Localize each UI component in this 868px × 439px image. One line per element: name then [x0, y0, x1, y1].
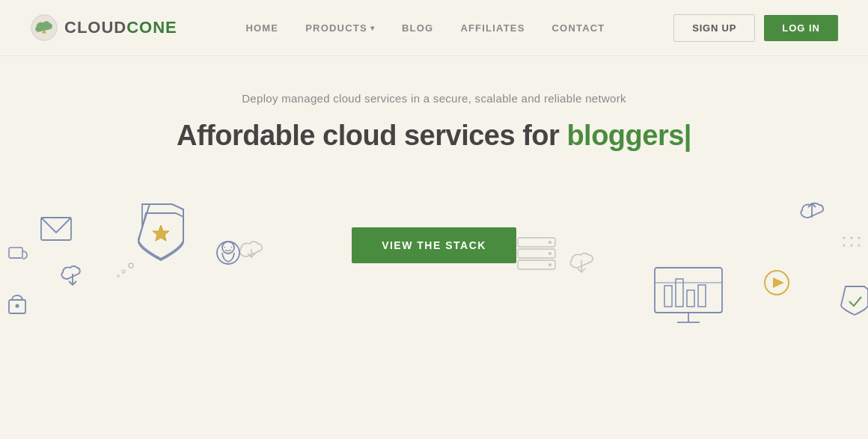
view-stack-button[interactable]: VIEW THE STACK	[352, 227, 516, 263]
svg-point-12	[217, 242, 239, 264]
logo-text-cloud: CLOUD	[64, 18, 126, 37]
svg-rect-2	[9, 248, 22, 258]
illustration-area: VIEW THE STACK	[0, 182, 868, 331]
right-illustrations	[509, 197, 868, 331]
nav-products[interactable]: PRODUCTS ▾	[305, 22, 375, 34]
hero-title-prefix: Affordable cloud services for	[177, 120, 566, 151]
svg-rect-30	[698, 285, 706, 307]
svg-point-18	[851, 237, 853, 239]
chevron-down-icon: ▾	[370, 24, 375, 32]
left-illustrations	[0, 197, 359, 331]
nav-home[interactable]: HOME	[245, 22, 278, 34]
svg-point-9	[122, 270, 125, 273]
svg-point-21	[851, 245, 853, 247]
main-nav: HOME PRODUCTS ▾ BLOG AFFILIATES CONTACT	[245, 22, 605, 34]
logo-icon	[30, 13, 58, 42]
svg-point-17	[843, 237, 846, 239]
nav-affiliates[interactable]: AFFILIATES	[460, 22, 525, 34]
svg-point-22	[858, 245, 861, 247]
svg-point-38	[548, 252, 551, 255]
site-header: CLOUDCONE HOME PRODUCTS ▾ BLOG AFFILIATE…	[0, 0, 868, 56]
svg-rect-29	[687, 290, 694, 307]
logo-text-cone: CONE	[126, 18, 177, 37]
svg-point-39	[548, 263, 551, 266]
svg-rect-27	[664, 286, 672, 307]
svg-rect-1	[41, 218, 71, 240]
svg-point-10	[117, 275, 120, 277]
svg-point-19	[858, 237, 861, 239]
hero-subtitle: Deploy managed cloud services in a secur…	[242, 92, 626, 105]
logo[interactable]: CLOUDCONE	[30, 13, 177, 42]
svg-line-15	[231, 247, 232, 248]
svg-point-6	[16, 304, 19, 308]
nav-blog[interactable]: BLOG	[402, 22, 433, 34]
auth-buttons: SIGN UP LOG IN	[673, 14, 838, 42]
svg-point-37	[548, 241, 551, 244]
svg-line-14	[224, 247, 225, 248]
hero-title-highlight: bloggers	[566, 120, 683, 151]
svg-point-8	[129, 263, 133, 268]
nav-contact[interactable]: CONTACT	[552, 22, 605, 34]
hero-title: Affordable cloud services for bloggers|	[177, 120, 691, 152]
hero-cursor: |	[684, 120, 691, 151]
hero-section: Deploy managed cloud services in a secur…	[0, 56, 868, 331]
login-button[interactable]: LOG IN	[764, 15, 838, 41]
svg-point-20	[843, 245, 846, 247]
signup-button[interactable]: SIGN UP	[673, 14, 755, 42]
